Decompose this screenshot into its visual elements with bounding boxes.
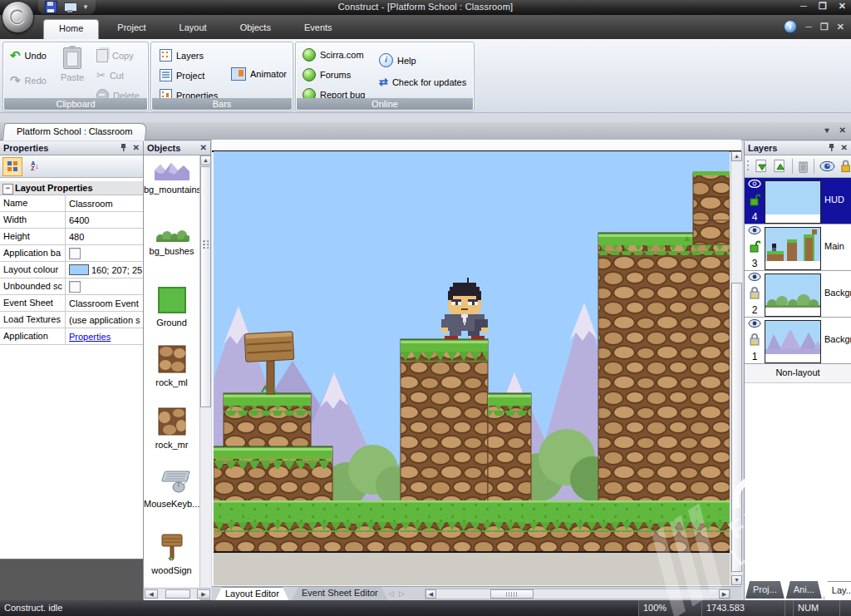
object-item-woodsign[interactable]: woodSign bbox=[144, 531, 199, 575]
layout-canvas[interactable] bbox=[214, 151, 730, 585]
object-item-mousekeyboard[interactable]: MouseKeyb... bbox=[144, 470, 199, 509]
layer-visibility-icon[interactable] bbox=[819, 160, 835, 172]
eye-icon[interactable] bbox=[748, 319, 761, 328]
tab-events[interactable]: Events bbox=[289, 19, 347, 39]
property-row-load-textures[interactable]: Load Textures (use application s bbox=[0, 312, 143, 328]
property-value[interactable]: Classroom Event bbox=[66, 295, 143, 311]
mdi-close-button[interactable]: ✕ bbox=[837, 22, 844, 32]
objects-scrollbar[interactable]: ▲ ▼ bbox=[199, 155, 211, 600]
delete-layer-icon[interactable] bbox=[798, 160, 809, 174]
layer-row-background-2[interactable]: 2 Backgro... bbox=[745, 271, 851, 318]
tab-event-sheet-editor[interactable]: Event Sheet Editor bbox=[292, 587, 388, 600]
pin-icon[interactable] bbox=[120, 143, 127, 155]
dock-tab-animator[interactable]: Ani... bbox=[786, 581, 822, 599]
property-row-name[interactable]: Name Classroom bbox=[0, 195, 143, 212]
scroll-right-icon[interactable]: ▶ bbox=[719, 589, 730, 599]
tab-project[interactable]: Project bbox=[102, 19, 160, 39]
save-icon[interactable] bbox=[45, 1, 57, 13]
close-button[interactable]: ✕ bbox=[839, 1, 846, 12]
property-value[interactable]: 6400 bbox=[66, 212, 143, 228]
mdi-restore-button[interactable]: ❐ bbox=[820, 22, 829, 32]
add-layer-above-icon[interactable] bbox=[774, 159, 787, 174]
eye-icon[interactable] bbox=[748, 180, 761, 188]
dock-tab-project[interactable]: Proj... bbox=[745, 581, 785, 599]
application-properties-link[interactable]: Properties bbox=[69, 329, 111, 344]
lock-open-icon[interactable] bbox=[750, 240, 760, 253]
property-value[interactable]: Classroom bbox=[66, 195, 143, 211]
check-updates-button[interactable]: ⇄ Check for updates bbox=[379, 77, 466, 87]
tab-layout-editor[interactable]: Layout Editor bbox=[215, 587, 289, 601]
close-icon[interactable]: ✕ bbox=[133, 143, 140, 153]
property-row-event-sheet[interactable]: Event Sheet Classroom Event bbox=[0, 295, 143, 312]
object-item-ground[interactable]: Ground bbox=[144, 287, 199, 328]
toolbar-grip[interactable] bbox=[746, 159, 750, 174]
object-item-rock-mr[interactable]: rock_mr bbox=[144, 407, 199, 450]
property-value[interactable]: (use application s bbox=[66, 312, 143, 328]
property-row-application[interactable]: Application Properties bbox=[0, 328, 143, 345]
scirra-button[interactable]: Scirra.com bbox=[303, 48, 364, 62]
cut-button[interactable]: ✂ Cut bbox=[96, 69, 124, 81]
lock-closed-icon[interactable] bbox=[750, 287, 760, 299]
redo-button[interactable]: ↷ Redo bbox=[10, 76, 47, 86]
application-menu-button[interactable] bbox=[2, 1, 34, 33]
layout-properties-group-header[interactable]: − Layout Properties bbox=[0, 181, 143, 195]
checkbox[interactable] bbox=[69, 281, 81, 293]
project-bar-button[interactable]: Project bbox=[160, 69, 204, 81]
scroll-down-icon[interactable]: ▼ bbox=[731, 575, 742, 585]
scrollbar-thumb[interactable] bbox=[490, 589, 534, 599]
lock-closed-icon[interactable] bbox=[750, 333, 760, 346]
restore-button[interactable]: ❐ bbox=[819, 1, 827, 12]
minimize-button[interactable]: ─ bbox=[800, 1, 807, 12]
panel-menu-icon[interactable]: ▾ bbox=[825, 126, 829, 135]
scroll-up-icon[interactable]: ▲ bbox=[731, 151, 742, 161]
collapse-icon[interactable]: − bbox=[2, 184, 13, 195]
eye-icon[interactable] bbox=[748, 273, 761, 281]
categorized-view-button[interactable] bbox=[2, 157, 22, 176]
scroll-left-icon[interactable]: ◀ bbox=[145, 589, 158, 599]
copy-button[interactable]: Copy bbox=[96, 49, 134, 62]
object-item-rock-ml[interactable]: rock_ml bbox=[144, 345, 199, 387]
scrollbar-thumb[interactable] bbox=[165, 589, 190, 599]
add-layer-below-icon[interactable] bbox=[755, 159, 769, 174]
scroll-up-icon[interactable]: ▲ bbox=[200, 155, 211, 165]
layer-row-main[interactable]: 3 Main bbox=[745, 224, 851, 271]
colour-swatch[interactable] bbox=[69, 264, 89, 275]
property-row-layout-colour[interactable]: Layout colour 160; 207; 25 bbox=[0, 262, 143, 278]
scroll-left-icon[interactable]: ◀ bbox=[426, 589, 436, 599]
paste-button[interactable]: Paste bbox=[58, 47, 86, 82]
dock-tab-layers[interactable]: Lay... bbox=[824, 581, 851, 599]
canvas-vscrollbar[interactable]: ▲ ▼ bbox=[730, 151, 742, 585]
property-row-application-background[interactable]: Application ba bbox=[0, 245, 143, 262]
tab-objects[interactable]: Objects bbox=[225, 19, 286, 39]
animator-bar-button[interactable]: Animator bbox=[231, 67, 287, 81]
tab-scroll-icons[interactable]: ◁▷ bbox=[388, 589, 410, 598]
close-icon[interactable]: ✕ bbox=[200, 143, 207, 153]
about-icon[interactable]: i bbox=[784, 20, 797, 33]
help-button[interactable]: i Help bbox=[379, 53, 416, 67]
tab-home[interactable]: Home bbox=[43, 19, 99, 40]
preview-icon[interactable] bbox=[64, 2, 76, 12]
layer-row-background-1[interactable]: 1 Backgro... bbox=[745, 318, 851, 364]
alphabetical-sort-button[interactable]: AZ ↓ bbox=[25, 157, 45, 176]
scrollbar-thumb[interactable] bbox=[731, 283, 742, 572]
non-layout-section[interactable]: Non-layout bbox=[745, 364, 851, 383]
eye-icon[interactable] bbox=[748, 226, 761, 234]
property-row-width[interactable]: Width 6400 bbox=[0, 212, 143, 229]
mdi-minimize-button[interactable]: ─ bbox=[805, 22, 812, 32]
canvas-hscrollbar[interactable]: ◀ ▶ bbox=[425, 589, 730, 599]
undo-button[interactable]: ↶ Undo bbox=[10, 51, 47, 61]
forums-button[interactable]: Forums bbox=[303, 68, 351, 81]
document-tab[interactable]: Platform School : Classroom bbox=[2, 123, 147, 140]
object-item-bg-bushes[interactable]: bg_bushes bbox=[144, 229, 199, 256]
object-item-bg-mountains[interactable]: bg_mountains bbox=[144, 162, 199, 195]
qat-dropdown-icon[interactable]: ▼ bbox=[82, 3, 89, 11]
objects-hscrollbar[interactable]: ◀ ▶ bbox=[144, 588, 211, 599]
panel-close-icon[interactable]: ✕ bbox=[839, 126, 846, 135]
scroll-right-icon[interactable]: ▶ bbox=[197, 589, 210, 599]
close-icon[interactable]: ✕ bbox=[841, 143, 848, 153]
property-value[interactable]: 480 bbox=[66, 229, 143, 244]
layer-row-hud[interactable]: 4 HUD bbox=[745, 178, 851, 224]
tab-layout[interactable]: Layout bbox=[165, 19, 222, 39]
property-row-unbounded-scrolling[interactable]: Unbounded sc bbox=[0, 278, 143, 295]
property-row-height[interactable]: Height 480 bbox=[0, 229, 143, 245]
